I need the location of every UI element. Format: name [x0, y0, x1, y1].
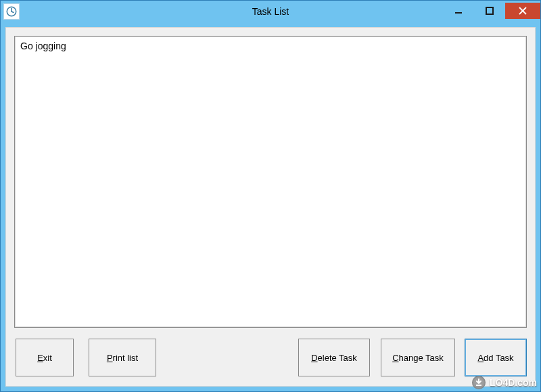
list-item[interactable]: Go jogging — [20, 40, 521, 52]
app-window: Task List Go jogging — [0, 0, 541, 392]
add-task-button[interactable]: Add Task — [465, 339, 527, 376]
maximize-button[interactable] — [474, 3, 505, 19]
button-row: Exit Print list Delete Task Change Task … — [14, 339, 527, 376]
task-listbox[interactable]: Go jogging — [14, 36, 527, 328]
minimize-button[interactable] — [443, 3, 474, 19]
delete-task-button[interactable]: Delete Task — [298, 339, 370, 376]
change-task-button[interactable]: Change Task — [381, 339, 455, 376]
svg-rect-4 — [486, 7, 493, 14]
exit-button[interactable]: Exit — [16, 339, 74, 376]
svg-rect-3 — [455, 12, 462, 14]
print-list-button[interactable]: Print list — [89, 339, 156, 376]
close-button[interactable] — [505, 3, 540, 19]
client-area: Go jogging Exit Print list Delete Task C… — [5, 27, 536, 387]
window-controls — [443, 3, 540, 20]
svg-line-2 — [11, 11, 14, 13]
titlebar[interactable]: Task List — [1, 1, 540, 22]
spacer — [156, 339, 298, 376]
clock-icon — [3, 3, 20, 20]
